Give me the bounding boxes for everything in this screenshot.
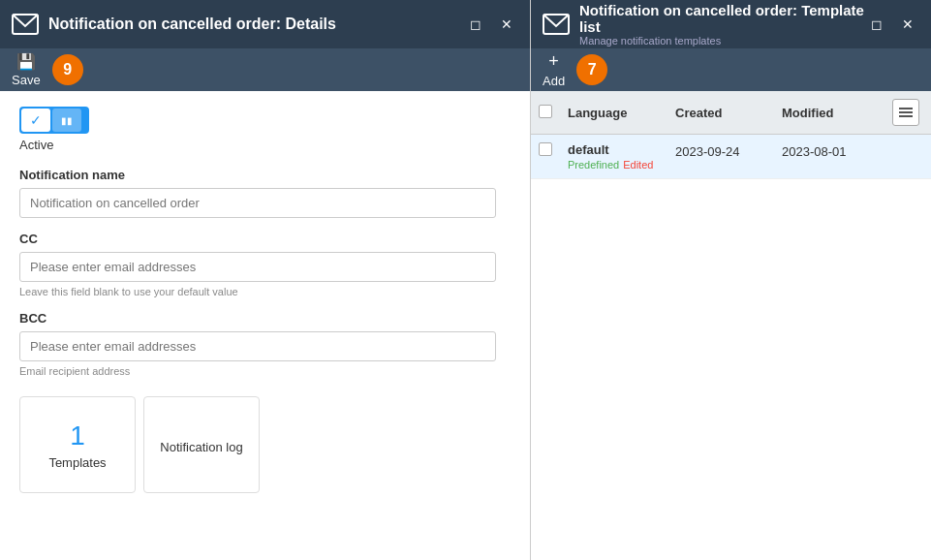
row-check-col — [539, 142, 568, 159]
left-panel: Notification on cancelled order: Details… — [0, 0, 531, 560]
template-table: Language Created Modified default Predef… — [531, 91, 931, 560]
bcc-label: BCC — [19, 311, 511, 326]
active-toggle[interactable]: ✓ ▮▮ — [19, 107, 89, 134]
cc-hint: Leave this field blank to use your defau… — [19, 286, 511, 297]
cc-input[interactable] — [19, 252, 496, 282]
toggle-wrap: ✓ ▮▮ Active — [19, 107, 511, 152]
save-button[interactable]: 💾 Save — [12, 52, 41, 87]
right-toolbar: + Add 7 — [531, 48, 931, 91]
left-header: Notification on cancelled order: Details… — [0, 0, 530, 48]
bcc-hint: Email recipient address — [19, 365, 511, 377]
header-check-col — [539, 105, 568, 121]
left-header-title: Notification on cancelled order: Details — [48, 16, 336, 33]
column-options-button[interactable] — [892, 99, 919, 126]
envelope-icon — [12, 14, 39, 35]
templates-label: Templates — [48, 455, 106, 470]
badge-7: 7 — [576, 54, 607, 85]
header-language-col: Language — [568, 106, 675, 120]
header-modified-col: Modified — [782, 106, 888, 120]
notification-name-label: Notification name — [19, 168, 511, 182]
notification-name-section: Notification name — [19, 168, 511, 218]
right-header: Notification on cancelled order: Templat… — [531, 0, 931, 48]
left-header-left: Notification on cancelled order: Details — [12, 14, 336, 35]
row-language-cell: default Predefined Edited — [568, 142, 675, 171]
tile-templates[interactable]: 1 Templates — [19, 396, 136, 493]
edited-tag: Edited — [623, 159, 653, 171]
bcc-section: BCC Email recipient address — [19, 311, 511, 377]
templates-count: 1 — [70, 420, 85, 451]
right-header-left: Notification on cancelled order: Templat… — [543, 2, 865, 47]
right-close-button[interactable]: ✕ — [896, 15, 919, 34]
right-header-title: Notification on cancelled order: Templat… — [579, 2, 865, 35]
header-checkbox[interactable] — [539, 105, 552, 118]
badge-9: 9 — [52, 54, 83, 85]
right-envelope-icon — [543, 14, 570, 35]
right-panel: Notification on cancelled order: Templat… — [531, 0, 931, 560]
right-restore-button[interactable]: ◻ — [865, 15, 888, 34]
add-button[interactable]: + Add — [543, 51, 565, 88]
save-label: Save — [12, 73, 41, 87]
left-restore-button[interactable]: ◻ — [464, 15, 487, 34]
row-created-date: 2023-09-24 — [675, 142, 782, 159]
cc-label: CC — [19, 232, 511, 246]
add-label: Add — [543, 74, 565, 88]
row-modified-date: 2023-08-01 — [782, 142, 888, 159]
header-created-col: Created — [675, 106, 782, 120]
predefined-tag: Predefined — [568, 159, 619, 171]
language-name: default — [568, 142, 675, 157]
active-label: Active — [19, 138, 511, 152]
right-header-text: Notification on cancelled order: Templat… — [579, 2, 865, 47]
cc-section: CC Leave this field blank to use your de… — [19, 232, 511, 297]
toggle-pause-icon: ▮▮ — [52, 109, 81, 132]
header-actions-col — [888, 99, 923, 126]
left-header-controls: ◻ ✕ — [464, 15, 518, 34]
add-icon: + — [548, 51, 559, 72]
row-checkbox[interactable] — [539, 142, 552, 156]
save-icon: 💾 — [16, 52, 36, 71]
left-toolbar: 💾 Save 9 — [0, 48, 530, 91]
bcc-input[interactable] — [19, 331, 496, 361]
left-close-button[interactable]: ✕ — [495, 15, 518, 34]
table-row[interactable]: default Predefined Edited 2023-09-24 202… — [531, 135, 931, 179]
table-header-row: Language Created Modified — [531, 91, 931, 135]
notification-name-input[interactable] — [19, 188, 496, 218]
tile-notification-log[interactable]: Notification log — [143, 396, 260, 493]
right-header-subtitle: Manage notification templates — [579, 35, 865, 47]
right-header-controls: ◻ ✕ — [865, 15, 919, 34]
toggle-check-icon: ✓ — [21, 109, 50, 132]
tiles-wrap: 1 Templates Notification log — [19, 396, 511, 493]
left-body: ✓ ▮▮ Active Notification name CC Leave t… — [0, 91, 530, 560]
notification-log-label: Notification log — [160, 440, 242, 454]
language-tags: Predefined Edited — [568, 159, 675, 171]
